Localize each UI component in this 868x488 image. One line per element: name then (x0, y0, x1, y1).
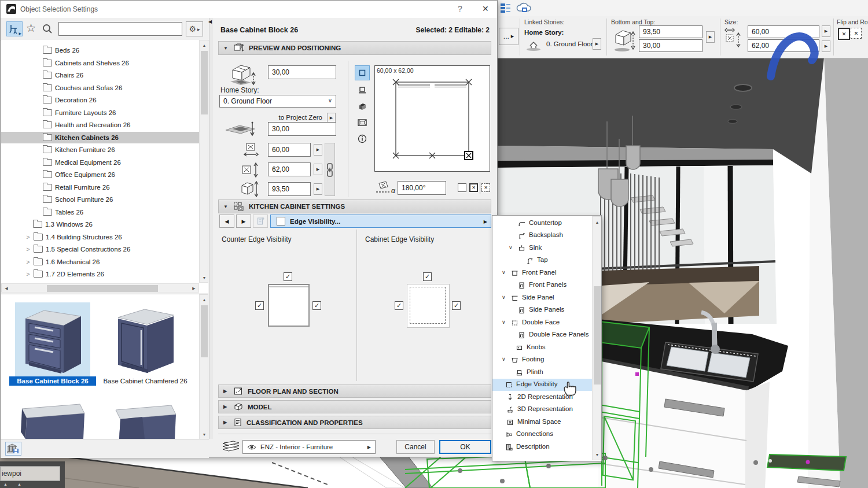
counter-edge-top-checkbox[interactable]: ✓ (284, 272, 292, 281)
menu-item[interactable]: Side Panels (492, 304, 592, 316)
settings-page-dropdown[interactable]: Edge Visibility... ▶ (270, 215, 491, 228)
tree-expand-icon[interactable]: > (25, 234, 31, 241)
tree-item[interactable]: Health and Recreation 26 (1, 119, 208, 131)
scrollbar-thumb[interactable] (47, 285, 158, 292)
top-elevation-input[interactable]: 93,50 (639, 25, 703, 38)
tree-item[interactable]: Cabinets and Shelves 26 (1, 57, 208, 69)
menu-item[interactable]: Front Panels (492, 279, 592, 291)
scroll-up-icon[interactable]: ▲ (593, 219, 602, 225)
rotate-state[interactable]: ✕ (481, 183, 490, 192)
counter-edge-left-checkbox[interactable]: ✓ (255, 301, 264, 310)
preview-3d-button[interactable] (355, 99, 370, 114)
close-button[interactable]: ✕ (482, 4, 489, 13)
tree-item[interactable]: Chairs 26 (1, 69, 208, 81)
scroll-up-icon[interactable]: ▲ (200, 42, 208, 49)
menu-item[interactable]: Countertop (492, 217, 592, 230)
scrollbar-thumb[interactable] (201, 51, 208, 114)
tree-item[interactable]: 1.3 Windows 26 (1, 219, 208, 230)
mirror-state-on[interactable]: ✕ (469, 183, 478, 192)
thumbnail-label[interactable]: Base Cabinet Chamfered 26 (102, 376, 189, 386)
preview-info-button[interactable] (355, 131, 370, 146)
angle-input[interactable]: 180,00° (398, 181, 446, 195)
tree-expand-icon[interactable]: > (25, 271, 31, 278)
tree-scrollbar-horizontal[interactable]: ◀ ▶ (1, 283, 199, 293)
tree-item[interactable]: Retail Furniture 26 (1, 182, 208, 193)
tree-item[interactable]: >1.5 Special Constructions 26 (1, 243, 208, 255)
menu-item[interactable]: Knobs (492, 342, 592, 354)
preview-plan-view[interactable]: 60,00 x 62,00 (374, 65, 490, 172)
thumbnail[interactable] (108, 403, 183, 439)
menu-item[interactable]: ∨ Front Panel (492, 267, 592, 279)
tree-item[interactable]: Decoration 26 (1, 94, 208, 106)
scroll-left-icon[interactable]: ◀ (3, 284, 10, 293)
chevron-down-icon[interactable]: ∨ (502, 356, 506, 362)
cancel-button[interactable]: Cancel (396, 440, 435, 454)
chevron-down-icon[interactable]: ∨ (502, 269, 506, 275)
help-button[interactable]: ? (458, 4, 462, 13)
tree-item[interactable]: Medical Equipment 26 (1, 157, 208, 168)
prev-page-button[interactable]: ◀ (219, 215, 234, 228)
preview-film-button[interactable] (355, 115, 370, 130)
section-preview-positioning[interactable]: ▼ PREVIEW AND POSITIONING (218, 41, 491, 55)
menu-item[interactable]: ∨ Double Face (492, 317, 592, 329)
height-arrow-button[interactable]: ▶ (314, 183, 322, 195)
tree-expand-icon[interactable]: > (25, 259, 31, 265)
search-input[interactable] (58, 22, 182, 36)
width-arrow-button[interactable]: ▶ (314, 144, 322, 156)
chevron-down-icon[interactable]: ∨ (502, 294, 506, 300)
tree-item[interactable]: >1.4 Building Structures 26 (1, 231, 208, 243)
object-type-button[interactable]: ▶ (6, 21, 23, 36)
collapse-pane-icon[interactable]: ◀ (208, 19, 212, 24)
scroll-right-icon[interactable]: ▶ (190, 284, 197, 293)
menu-item[interactable]: Minimal Space (492, 416, 592, 428)
teamwork-icon[interactable] (500, 3, 512, 13)
tree-item-selected[interactable]: Kitchen Cabinets 26 (1, 132, 208, 143)
top-offset-input[interactable]: 30,00 (268, 65, 336, 79)
menu-item[interactable]: Plinth (492, 367, 592, 379)
thumbnail[interactable] (15, 403, 90, 439)
viewpoint-tab[interactable]: iewpoi (0, 466, 60, 481)
favorites-star-icon[interactable]: ☆ (26, 21, 36, 35)
thumbnail-selected[interactable] (15, 302, 90, 376)
tree-item[interactable]: >1.7 2D Elements 26 (1, 268, 208, 280)
tree-item[interactable]: >1.6 Mechanical 26 (1, 256, 208, 268)
menu-item[interactable]: Backsplash (492, 230, 592, 242)
scroll-down-icon[interactable]: ▼ (200, 274, 208, 281)
menu-item[interactable]: Double Face Panels (492, 329, 592, 341)
tree-scrollbar-vertical[interactable]: ▲ ▼ (199, 40, 208, 283)
tree-item[interactable]: Furniture Layouts 26 (1, 107, 208, 119)
tree-item[interactable]: School Furniture 26 (1, 194, 208, 205)
depth-arrow-button[interactable]: ▶ (314, 164, 322, 175)
settings-gear-button[interactable]: ⚙ ▶ (186, 21, 203, 36)
library-save-icon[interactable] (5, 442, 21, 456)
thumbnail-label-selected[interactable]: Base Cabinet Block 26 (9, 376, 96, 386)
width-input[interactable]: 60,00 (268, 143, 311, 157)
tree-item[interactable]: Tables 26 (1, 206, 208, 218)
cabinet-edge-right-checkbox[interactable]: ✓ (452, 301, 461, 310)
section-kitchen-cabinet-settings[interactable]: ▼ KITCHEN CABINET SETTINGS (218, 199, 491, 213)
menu-item[interactable]: Connections (492, 428, 592, 441)
cloud-icon[interactable] (516, 2, 532, 14)
menu-item[interactable]: Description (492, 441, 592, 453)
preview-elevation-button[interactable] (355, 83, 370, 98)
tree-item[interactable]: Office Equipment 26 (1, 169, 208, 180)
bottom-top-arrow-button[interactable]: ▶ (706, 31, 715, 43)
mirror-state-empty[interactable] (458, 183, 466, 192)
menu-item[interactable]: 3D Representation (492, 404, 592, 416)
scrollbar-thumb[interactable] (201, 305, 208, 357)
cabinet-edge-left-checkbox[interactable]: ✓ (395, 301, 403, 310)
tree-expand-icon[interactable]: > (25, 246, 31, 253)
cabinet-edge-top-checkbox[interactable]: ✓ (423, 272, 432, 281)
thumbnails-scrollbar[interactable]: ▲ ▼ (199, 294, 208, 439)
menu-scrollbar[interactable]: ▲ ▼ (592, 216, 601, 460)
transfer-settings-button[interactable] (253, 215, 268, 228)
chevron-down-icon[interactable]: ∨ (502, 319, 506, 325)
scroll-down-icon[interactable]: ▼ (200, 431, 208, 438)
section-classification[interactable]: ▶ CLASSIFICATION AND PROPERTIES (218, 416, 491, 429)
thumbnail[interactable] (108, 302, 183, 376)
preview-2d-button[interactable] (355, 65, 370, 80)
menu-item[interactable]: ∨ Footing (492, 354, 592, 366)
section-model[interactable]: ▶ MODEL (218, 400, 491, 413)
menu-item[interactable]: Tap (492, 254, 592, 267)
search-icon[interactable] (42, 24, 53, 34)
